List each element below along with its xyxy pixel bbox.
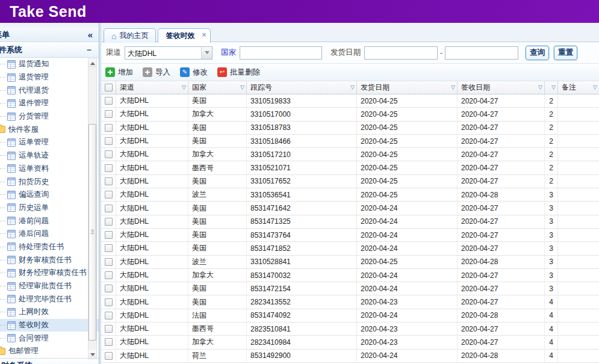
table-row[interactable]: 大陆DHL美国33105176522020-04-252020-04-272 [101, 175, 599, 188]
filter-icon[interactable]: ▽ [350, 85, 355, 90]
column-header-发货日期[interactable]: 发货日期▽ [357, 81, 458, 94]
tab-签收时效[interactable]: 签收时效× [158, 28, 211, 43]
column-header-跟踪号[interactable]: 跟踪号▽ [247, 81, 357, 94]
row-checkbox[interactable] [105, 271, 113, 279]
select-all-checkbox[interactable] [105, 84, 113, 91]
row-checkbox[interactable] [105, 97, 113, 105]
toolbar-button-增加[interactable]: 增加 [105, 67, 133, 78]
date-to-input[interactable] [445, 46, 518, 60]
row-checkbox[interactable] [105, 124, 113, 132]
row-checkbox[interactable] [105, 137, 113, 145]
sidebar-item-港后问题[interactable]: 港后问题 [0, 227, 99, 241]
row-checkbox[interactable] [105, 298, 113, 306]
row-checkbox[interactable] [105, 285, 113, 292]
row-checkbox[interactable] [105, 244, 113, 252]
column-header-渠道[interactable]: 渠道▽ [116, 81, 188, 94]
accordion-header-finance-system[interactable]: 财务系统 [0, 358, 99, 364]
sidebar-item-退货管理[interactable]: 退货管理 [0, 71, 99, 84]
reset-button[interactable]: 重置 [554, 46, 577, 60]
sidebar-item-运单管理[interactable]: 运单管理 [0, 136, 99, 149]
table-row[interactable]: 大陆DHL加拿大28234109842020-04-232020-04-274 [101, 336, 599, 349]
search-button[interactable]: 查询 [526, 46, 549, 60]
table-row[interactable]: 大陆DHL墨西哥28235108412020-04-232020-04-274 [101, 322, 599, 336]
scroll-up-arrow[interactable] [88, 59, 96, 67]
date-from-input[interactable] [364, 46, 438, 60]
row-checkbox[interactable] [105, 150, 113, 158]
sidebar-item-历史运单[interactable]: 历史运单 [0, 202, 99, 215]
sidebar-item-快件客服[interactable]: 快件客服 [0, 123, 99, 136]
table-row[interactable]: 大陆DHL波兰33105365412020-04-252020-04-283 [101, 188, 599, 202]
table-row[interactable]: 大陆DHL荷兰85314929002020-04-242020-04-284 [101, 350, 599, 363]
table-row[interactable]: 大陆DHL墨西哥33105210712020-04-252020-04-272 [101, 161, 599, 174]
row-checkbox[interactable] [105, 110, 113, 118]
sidebar-item-签收时效[interactable]: 签收时效 [0, 319, 99, 332]
table-row[interactable]: 大陆DHL加拿大33105170002020-04-252020-04-272 [101, 108, 599, 121]
sidebar-item-合同管理[interactable]: 合同管理 [0, 332, 99, 345]
sidebar-item-上网时效[interactable]: 上网时效 [0, 306, 99, 319]
sidebar-item-偏远查询[interactable]: 偏远查询 [0, 188, 99, 202]
table-row[interactable]: 大陆DHL美国33105198332020-04-252020-04-272 [101, 94, 599, 108]
row-checkbox[interactable] [105, 231, 113, 239]
table-row[interactable]: 大陆DHL加拿大85314700322020-04-242020-04-273 [101, 269, 599, 282]
accordion-header-express-system[interactable]: 件系统 − [0, 42, 99, 58]
table-row[interactable]: 大陆DHL美国33105187832020-04-252020-04-272 [101, 122, 599, 135]
table-row[interactable]: 大陆DHL美国85314713252020-04-242020-04-273 [101, 215, 599, 229]
sidebar-item-处理完毕责任书[interactable]: 处理完毕责任书 [0, 292, 99, 306]
channel-combobox[interactable]: 大陆DHL [125, 46, 213, 60]
toolbar-button-导入[interactable]: 导入 [143, 67, 170, 78]
sidebar-item-分货管理[interactable]: 分货管理 [0, 110, 99, 123]
sidebar-item-运单资料[interactable]: 运单资料 [0, 162, 99, 176]
toolbar-button-批量删除[interactable]: ↩批量删除 [217, 67, 260, 78]
column-header-签收日期[interactable]: 签收日期▽ [458, 81, 545, 94]
column-header-备注[interactable]: 备注▽ [558, 81, 599, 94]
scrollbar-thumb[interactable] [88, 124, 96, 341]
tab-我的主页[interactable]: ⌂我的主页 [104, 28, 156, 43]
row-checkbox[interactable] [105, 164, 113, 172]
row-checkbox[interactable] [105, 205, 113, 212]
toolbar-button-修改[interactable]: ✎修改 [180, 67, 208, 78]
filter-icon[interactable]: ▽ [240, 85, 244, 90]
table-row[interactable]: 大陆DHL美国33105184662020-04-252020-04-272 [101, 135, 599, 148]
collapse-sidebar-icon[interactable]: « [88, 30, 93, 39]
row-checkbox[interactable] [105, 258, 113, 266]
scroll-down-arrow[interactable] [88, 350, 96, 359]
filter-icon[interactable]: ▽ [593, 85, 597, 90]
table-row[interactable]: 大陆DHL法国85314740922020-04-242020-04-284 [101, 309, 599, 322]
sidebar-scrollbar[interactable] [88, 58, 97, 359]
combo-dropdown-button[interactable] [201, 47, 212, 59]
sidebar-item-运单轨迹[interactable]: 运单轨迹 [0, 149, 99, 162]
row-checkbox[interactable] [105, 325, 113, 333]
country-input[interactable] [240, 46, 322, 60]
table-row[interactable]: 大陆DHL加拿大33105172102020-04-252020-04-272 [101, 148, 599, 161]
table-row[interactable]: 大陆DHL波兰33105288412020-04-252020-04-283 [101, 256, 599, 269]
filter-icon[interactable]: ▽ [538, 85, 542, 90]
table-row[interactable]: 大陆DHL美国85314716422020-04-242020-04-273 [101, 202, 599, 215]
sidebar-item-经理审批责任书[interactable]: 经理审批责任书 [0, 280, 99, 293]
table-row[interactable]: 大陆DHL美国85314737642020-04-242020-04-273 [101, 229, 599, 242]
sidebar-item-港前问题[interactable]: 港前问题 [0, 214, 99, 227]
row-checkbox[interactable] [105, 177, 113, 185]
sidebar-item-扣货历史[interactable]: 扣货历史 [0, 175, 99, 188]
row-checkbox[interactable] [105, 352, 113, 360]
row-checkbox[interactable] [105, 218, 113, 226]
table-row[interactable]: 大陆DHL美国28234135522020-04-232020-04-274 [101, 295, 599, 309]
sidebar-item-退件管理[interactable]: 退件管理 [0, 97, 99, 110]
column-header-国家[interactable]: 国家▽ [188, 81, 247, 94]
column-header-days[interactable]: ▽ [545, 81, 558, 94]
filter-icon[interactable]: ▽ [182, 85, 186, 90]
sidebar-item-财务经理审核责任书[interactable]: 财务经理审核责任书 [0, 267, 99, 280]
filter-icon[interactable]: ▽ [551, 85, 556, 90]
sidebar-item-待处理责任书[interactable]: 待处理责任书 [0, 241, 99, 254]
sidebar-item-财务审核责任书[interactable]: 财务审核责任书 [0, 253, 99, 267]
collapse-section-icon[interactable]: − [87, 46, 92, 54]
table-row[interactable]: 大陆DHL美国85314718522020-04-242020-04-273 [101, 242, 599, 255]
sidebar-item-代理退货[interactable]: 代理退货 [0, 84, 99, 97]
row-checkbox[interactable] [105, 191, 113, 199]
close-icon[interactable]: × [202, 31, 206, 39]
table-row[interactable]: 大陆DHL美国85314721542020-04-242020-04-273 [101, 282, 599, 295]
sidebar-item-包邮管理[interactable]: 包邮管理 [0, 345, 99, 358]
row-checkbox[interactable] [105, 338, 113, 346]
row-checkbox[interactable] [105, 312, 113, 319]
sidebar-item-提货通知[interactable]: 提货通知 [0, 58, 99, 71]
filter-icon[interactable]: ▽ [451, 85, 455, 90]
